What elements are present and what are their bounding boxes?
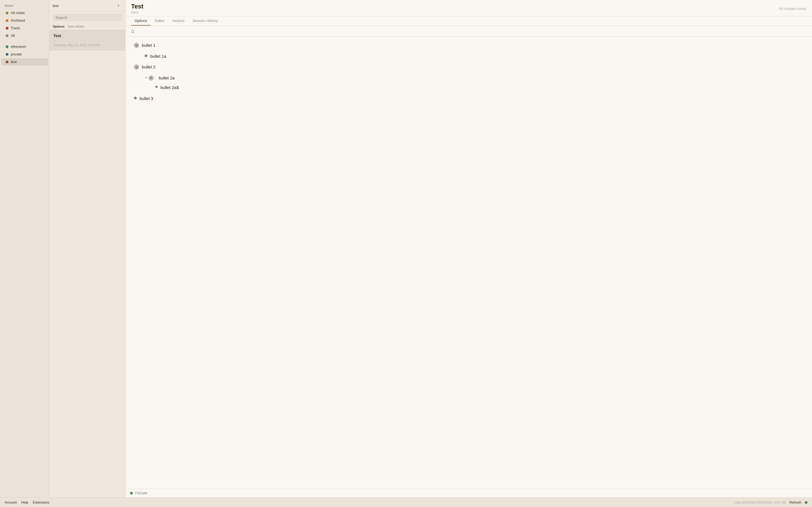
bullet-item: bullet 1 — [134, 42, 804, 49]
all-notes-dot — [6, 11, 8, 14]
tab-actions[interactable]: Actions — [169, 16, 188, 25]
sidebar-item-all-notes[interactable]: All notes — [1, 9, 48, 16]
editor-footer: FileSafe — [125, 489, 812, 497]
bullet-dot — [149, 75, 154, 80]
bullet-dot-tiny — [155, 86, 158, 88]
account-button[interactable]: Account — [4, 501, 17, 504]
bullet-dot — [134, 43, 139, 48]
sidebar-item-label: Archived — [11, 18, 25, 22]
bullet-text: bullet 1a — [150, 53, 166, 60]
sidebar-item-all[interactable]: All — [1, 32, 48, 39]
extensions-label: Extensions — [33, 501, 49, 504]
bullet-text: bullet 2 — [142, 64, 155, 70]
bullet-children-deep: bullet 2a$ — [155, 84, 804, 91]
note-item[interactable]: Test --- Thursday, May 23, 2019, 9:19 AM — [49, 30, 125, 50]
bullet-dot-inner — [136, 45, 138, 47]
sidebar-item-private[interactable]: private — [1, 51, 48, 58]
sort-bar: Options Date Added — [49, 24, 125, 30]
sidebar-item-trash[interactable]: Trash — [1, 24, 48, 32]
sidebar-item-label: test — [11, 60, 17, 64]
sidebar-item-ethereum[interactable]: ethereum — [1, 43, 48, 50]
sidebar-item-label: All notes — [11, 11, 25, 15]
search-input[interactable] — [52, 14, 122, 21]
editor-tabs: Options Editor Actions Session History — [125, 16, 812, 26]
bullet-text: bullet 2a$ — [160, 84, 179, 91]
archived-dot — [6, 19, 8, 22]
help-button[interactable]: Help — [21, 501, 28, 504]
bullet-dot-small — [145, 54, 147, 57]
note-item-title: Test — [53, 34, 121, 38]
editor-panel: Test #test All changes saved Options Edi… — [125, 0, 812, 497]
editor-content[interactable]: bullet 1 bullet 1a bullet 2 ▼ — [125, 37, 812, 489]
editor-tag: #test — [131, 10, 144, 14]
sidebar-item-label: ethereum — [11, 45, 26, 49]
editor-status: All changes saved — [779, 7, 806, 11]
account-label: Account — [4, 501, 17, 504]
notes-panel: test + Options Date Added Test --- Thurs… — [49, 0, 125, 497]
bullet-item: bullet 3 — [134, 96, 804, 102]
sort-date-added[interactable]: Date Added — [68, 25, 84, 28]
trash-dot — [6, 27, 8, 30]
bullet-dot-inner — [136, 66, 138, 68]
editor-toolbar: ⌂ — [125, 26, 812, 37]
sidebar-item-label: All — [11, 34, 15, 38]
bottom-bar-left: Account Help Extensions — [4, 501, 49, 504]
sidebar-item-test[interactable]: test — [1, 58, 48, 65]
tab-options[interactable]: Options — [131, 16, 151, 25]
bottom-bar-right: Last refreshed 6/08/2019, 9:41 AM Refres… — [734, 501, 808, 504]
bullet-dot-small — [134, 97, 137, 100]
editor-header: Test #test All changes saved — [125, 0, 812, 16]
note-list: Test --- Thursday, May 23, 2019, 9:19 AM — [49, 30, 125, 497]
sidebar-item-label: private — [11, 52, 22, 56]
note-item-date: Thursday, May 23, 2019, 9:19 AM — [53, 43, 121, 47]
bullet-text: bullet 2a — [159, 75, 175, 81]
tab-editor[interactable]: Editor — [152, 16, 168, 25]
bottom-bar: Account Help Extensions Last refreshed 6… — [0, 497, 812, 507]
test-dot — [6, 61, 8, 63]
help-label: Help — [21, 501, 28, 504]
editor-title: Test — [131, 3, 144, 10]
bullet-children: bullet 1a — [145, 53, 804, 60]
tab-session-history[interactable]: Session History — [189, 16, 221, 25]
all-dot — [6, 34, 8, 37]
refresh-button[interactable]: Refresh — [790, 501, 801, 504]
editor-title-area: Test #test — [131, 3, 144, 14]
bullet-item: bullet 2 — [134, 64, 804, 70]
sidebar-item-label: Trash — [11, 26, 20, 30]
collapse-arrow-icon[interactable]: ▼ — [145, 76, 147, 79]
extensions-button[interactable]: Extensions — [33, 501, 49, 504]
notes-panel-title: test — [53, 4, 59, 8]
bullet-item: bullet 1a — [145, 53, 804, 60]
bullet-text: bullet 3 — [140, 96, 153, 102]
views-label: Views — [0, 0, 49, 9]
notes-panel-header: test + — [49, 0, 125, 11]
sort-options[interactable]: Options — [53, 25, 64, 28]
add-note-button[interactable]: + — [115, 2, 122, 9]
bullet-children: ▼ bullet 2a bullet 2a$ — [145, 75, 804, 91]
last-refreshed-text: Last refreshed 6/08/2019, 9:41 AM — [734, 501, 786, 504]
note-item-divider: --- — [53, 39, 121, 43]
home-icon[interactable]: ⌂ — [131, 28, 134, 34]
filesafe-dot — [130, 492, 133, 495]
refresh-status-dot — [805, 501, 808, 504]
bullet-dot — [134, 64, 139, 69]
bullet-dot-inner — [150, 77, 152, 79]
ethereum-dot — [6, 45, 8, 48]
bullet-item: bullet 2a$ — [155, 84, 804, 91]
sidebar: Views All notes Archived Trash All ether… — [0, 0, 49, 497]
bullet-text: bullet 1 — [142, 42, 155, 49]
sidebar-item-archived[interactable]: Archived — [1, 17, 48, 24]
private-dot — [6, 53, 8, 56]
filesafe-label: FileSafe — [135, 491, 147, 495]
